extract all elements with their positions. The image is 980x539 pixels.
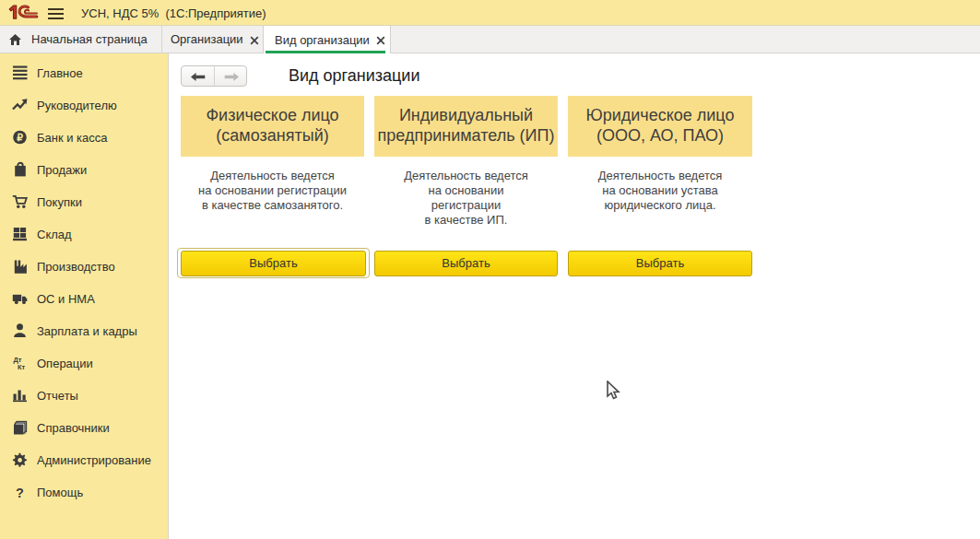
svg-text:?: ?: [16, 486, 24, 500]
svg-text:₽: ₽: [17, 132, 23, 143]
svg-text:Кт: Кт: [18, 363, 26, 371]
